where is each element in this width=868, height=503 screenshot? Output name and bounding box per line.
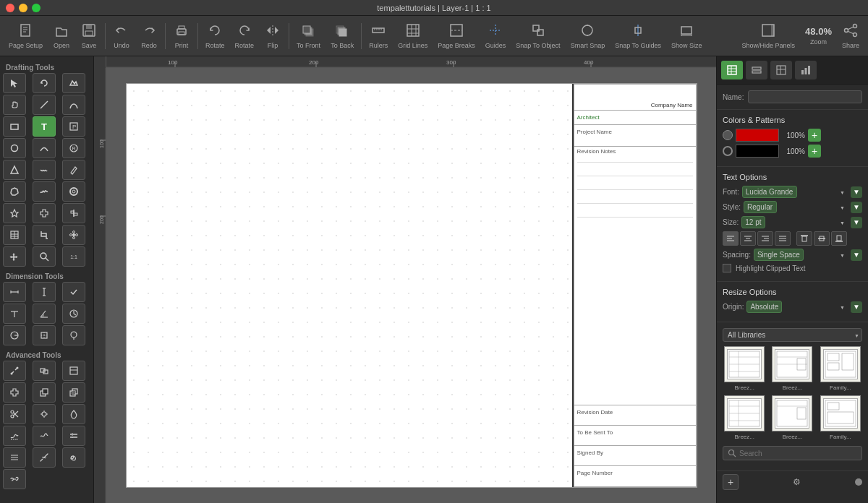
snap-to-object-button[interactable]: Snap To Object xyxy=(511,21,564,51)
undo-button[interactable]: Undo xyxy=(109,21,135,51)
grid-tab[interactable] xyxy=(770,61,792,79)
align-justify-button[interactable] xyxy=(775,231,791,246)
flower-tool[interactable] xyxy=(62,225,85,245)
intersect-tool[interactable] xyxy=(62,382,85,403)
circle-tool[interactable] xyxy=(3,138,26,158)
straighten-tool[interactable] xyxy=(3,426,26,446)
rotate-tool[interactable] xyxy=(33,73,56,93)
rotate-right-button[interactable]: Rotate xyxy=(231,21,259,51)
spacing-select[interactable]: Single Space xyxy=(754,249,804,261)
symbol-tool[interactable] xyxy=(62,361,85,381)
layers-tab[interactable] xyxy=(746,61,767,79)
linked-text-tool[interactable]: P xyxy=(62,116,85,137)
window-controls[interactable] xyxy=(6,4,41,12)
area-dim-tool[interactable] xyxy=(33,325,56,345)
magnify-tool[interactable] xyxy=(33,246,56,267)
canvas-content[interactable]: Company Name Architect Project Name Revi… xyxy=(106,68,716,503)
print-button[interactable]: Print xyxy=(169,21,195,51)
to-back-button[interactable]: To Back xyxy=(326,21,358,51)
stroke-color-swatch[interactable] xyxy=(736,145,779,158)
spike2-tool[interactable] xyxy=(33,426,56,446)
gear-icon[interactable]: ⚙ xyxy=(793,477,801,487)
lib-item-6[interactable]: Family... xyxy=(819,395,862,440)
stats-tab[interactable] xyxy=(795,61,817,79)
search-input[interactable] xyxy=(739,450,857,457)
page-breaks-button[interactable]: Page Breaks xyxy=(433,21,480,51)
properties-tab[interactable] xyxy=(721,61,743,79)
fill-color-add-button[interactable]: + xyxy=(808,129,821,142)
link-tool[interactable] xyxy=(33,447,56,468)
align-right-button[interactable] xyxy=(757,231,773,246)
libraries-select[interactable]: All Libraries xyxy=(723,328,862,342)
move-tool[interactable] xyxy=(3,246,26,267)
align-tool[interactable] xyxy=(62,203,85,223)
flatten-tool[interactable] xyxy=(62,426,85,446)
spacing-action-button[interactable]: ▼ xyxy=(851,249,862,261)
style-select[interactable]: Regular xyxy=(744,201,777,213)
lib-item-3[interactable]: Family... xyxy=(819,346,862,391)
align-center-button[interactable] xyxy=(740,231,756,246)
rect-tool[interactable] xyxy=(3,116,26,137)
fill-color-swatch[interactable] xyxy=(736,129,779,142)
table-tool[interactable] xyxy=(3,225,26,245)
triangle-tool[interactable] xyxy=(3,160,26,180)
valign-top-button[interactable] xyxy=(796,231,812,246)
guides-button[interactable]: Guides xyxy=(481,21,511,51)
scale-tool[interactable]: 1:1 xyxy=(62,246,85,267)
bezier-tool[interactable] xyxy=(62,95,85,115)
chain-tool[interactable] xyxy=(3,469,26,489)
connect-tool[interactable] xyxy=(3,361,26,381)
origin-action-button[interactable]: ▼ xyxy=(851,301,862,313)
minimize-button[interactable] xyxy=(19,4,27,12)
rotate-left-button[interactable]: Rotate xyxy=(201,21,229,51)
smart-snap-button[interactable]: Smart Snap xyxy=(566,21,610,51)
spike-tool[interactable] xyxy=(62,404,85,424)
hand-tool[interactable] xyxy=(3,95,26,115)
show-size-button[interactable]: Show Size xyxy=(667,21,707,51)
save-button[interactable]: Save xyxy=(76,21,102,51)
show-hide-panels-button[interactable]: Show/Hide Panels xyxy=(738,21,800,51)
text-tool[interactable]: T xyxy=(33,116,56,137)
lib-item-2[interactable]: Breez... xyxy=(770,346,814,391)
subtract-tool[interactable] xyxy=(33,382,56,403)
multiline-tool[interactable] xyxy=(3,447,26,468)
name-input[interactable] xyxy=(748,90,862,103)
lib-item-5[interactable]: Breez... xyxy=(770,395,814,440)
valign-middle-button[interactable] xyxy=(814,231,830,246)
clock-dim-tool[interactable] xyxy=(62,304,85,324)
size-action-button[interactable]: ▼ xyxy=(851,217,862,228)
cross-tool[interactable] xyxy=(33,203,56,223)
check-dim-tool[interactable] xyxy=(62,282,85,302)
select-tool[interactable] xyxy=(3,73,26,93)
flip-button[interactable]: Flip xyxy=(260,21,286,51)
crop-tool[interactable] xyxy=(33,225,56,245)
ext-dim-tool[interactable] xyxy=(3,304,26,324)
horiz-dim-tool[interactable] xyxy=(3,282,26,302)
highlight-clipped-checkbox[interactable] xyxy=(723,264,731,272)
library-dot-control[interactable] xyxy=(855,478,862,486)
to-front-button[interactable]: To Front xyxy=(292,21,325,51)
align-left-button[interactable] xyxy=(723,231,739,246)
style-action-button[interactable]: ▼ xyxy=(851,202,862,213)
loop-tool[interactable] xyxy=(62,447,85,468)
font-action-button[interactable]: ▼ xyxy=(851,186,862,198)
rulers-button[interactable]: Rulers xyxy=(365,21,392,51)
zoom-control[interactable]: 48.0% Zoom xyxy=(801,25,836,47)
library-add-button[interactable]: + xyxy=(723,474,739,490)
valign-bottom-button[interactable] xyxy=(831,231,847,246)
vert-dim-tool[interactable] xyxy=(33,282,56,302)
redo-button[interactable]: Redo xyxy=(136,21,162,51)
origin-select[interactable]: Absolute xyxy=(746,301,782,313)
freehand-tool[interactable] xyxy=(33,160,56,180)
group-tool[interactable] xyxy=(33,361,56,381)
wave-tool[interactable] xyxy=(33,181,56,202)
note-dim-tool[interactable] xyxy=(62,325,85,345)
arc-tool[interactable] xyxy=(33,138,56,158)
open-button[interactable]: Open xyxy=(48,21,75,51)
pencil-tool[interactable] xyxy=(62,160,85,180)
star-tool[interactable] xyxy=(3,203,26,223)
maximize-button[interactable] xyxy=(32,4,41,12)
explode-tool[interactable] xyxy=(33,404,56,424)
font-select[interactable]: Lucida Grande xyxy=(742,186,797,198)
line-tool[interactable] xyxy=(33,95,56,115)
